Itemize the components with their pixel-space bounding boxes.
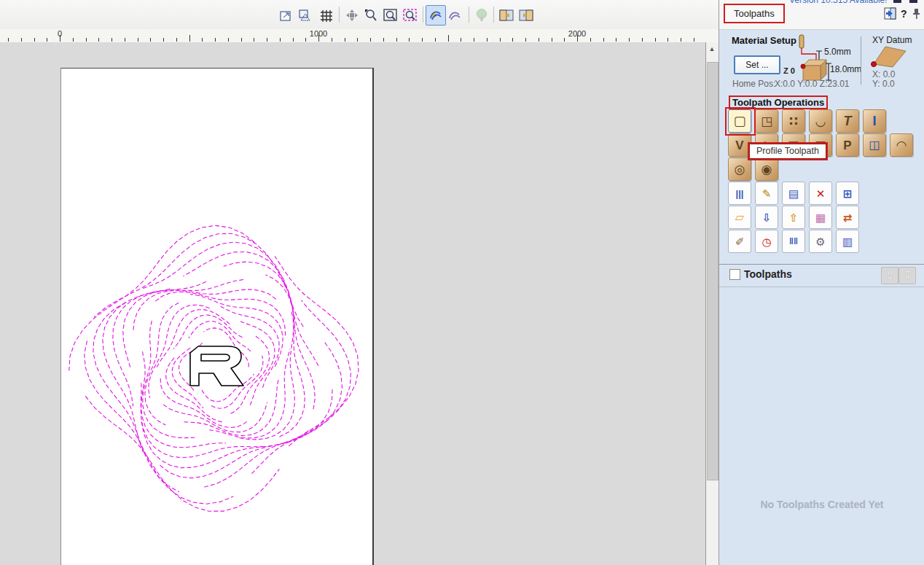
offset-vector[interactable] [141,383,265,458]
spiral-toolpath-button[interactable]: ◎ [728,157,751,181]
material-set-button[interactable]: Set ... [734,55,780,74]
moulding-toolpath-icon: ◫ [869,139,880,151]
toolpath-drawing-button[interactable]: ‖‖ [782,230,805,253]
bowl-dish-toolpath-icon: ◡ [815,115,825,128]
zoom-box-button[interactable] [380,5,401,26]
offset-vector[interactable] [113,282,206,406]
offset-vector[interactable] [103,289,170,451]
ruler-label-0: 0 [58,29,62,38]
offset-vector[interactable] [240,322,275,405]
zoom-selected-icon [402,7,418,23]
toolpath-operations-title: Toolpath Operations [729,96,828,109]
design-canvas[interactable] [0,42,705,565]
edit-toolpath-icon: ✎ [762,188,772,199]
tooltip-highlight: Profile Toolpath [748,142,828,160]
offset-vector[interactable] [133,289,276,332]
save-toolpath-button[interactable]: ⇩ [755,206,778,229]
offset-vector[interactable] [143,321,195,437]
view-3d-icon [474,7,490,23]
offset-vector[interactable] [275,257,359,446]
save-gcode-icon: ▥ [842,236,853,247]
save-toolpath-icon: ⇩ [762,212,772,223]
toolpath-times-button[interactable]: ◷ [755,230,778,253]
zoom-to-fit-button[interactable] [276,5,297,26]
r-logo-outline[interactable] [190,346,243,386]
bowl-dish-toolpath-button[interactable]: ◡ [809,109,832,133]
r-logo-counter[interactable] [201,354,230,361]
toolpath-vectors[interactable] [0,42,705,565]
offset-vector[interactable] [86,397,280,512]
layout-2d3d-left-icon [498,7,514,23]
preview-toolpaths-button[interactable]: ✐ [728,230,751,253]
view-vectors-button[interactable] [445,5,465,26]
pan-icon [344,7,360,23]
view-3d-button[interactable] [471,5,492,26]
toolpath-template-button[interactable]: ▦ [809,206,832,229]
prism-carve-toolpath-button[interactable]: P [836,133,859,157]
toolpath-drawing-icon: ‖‖ [789,237,798,246]
toolpath-settings-button[interactable]: ⚙ [809,230,832,253]
layout-2d3d-left-button[interactable] [496,5,517,26]
toolpaths-panel: Version 10.515 Available! Toolpaths ? Ma… [719,0,924,565]
zoom-to-fit-icon [278,7,294,23]
estimate-machining-time-button[interactable]: ⊞ [836,182,859,205]
offset-vector[interactable] [240,309,295,440]
open-toolpath-button[interactable]: ▱ [728,206,751,229]
delete-toolpath-button[interactable]: ✕ [809,182,832,205]
save-visible-toolpaths-icon: ⇧ [789,212,799,223]
scroll-up-icon[interactable]: ▲ [706,44,718,54]
home-pos-value: X:0.0 Y:0.0 Z:23.01 [775,79,850,89]
offset-vector[interactable] [173,315,242,348]
pocket-toolpath-button[interactable]: ◳ [755,109,778,133]
pocket-toolpath-icon: ◳ [761,115,772,128]
snap-grid-button[interactable] [316,5,337,26]
inlay-toolpath-button[interactable]: I [863,109,886,133]
dome-toolpath-button[interactable]: ◉ [755,157,778,181]
zoom-to-drawing-button[interactable] [295,5,316,26]
offset-vector[interactable] [224,262,315,409]
zoom-box-icon [383,7,399,23]
duplicate-toolpath-button[interactable]: ▤ [782,182,805,205]
zoom-to-drawing-icon [297,7,313,23]
zoom-interactive-button[interactable] [361,5,381,26]
z-zero-label: Z 0 [783,66,795,75]
rounding-toolpath-icon: ◠ [896,139,906,152]
view-vectors-icon [447,7,463,23]
tool-database-button[interactable]: ||| [728,182,751,205]
canvas-vertical-scrollbar[interactable]: ▲ [705,42,719,565]
offset-vector[interactable] [252,300,351,473]
profile-toolpath-icon: ▢ [733,114,745,128]
move-toolpath-down-button[interactable]: ⇩ [898,267,916,284]
moulding-toolpath-button[interactable]: ◫ [863,133,886,157]
no-toolpaths-message: No Toolpaths Created Yet [719,499,924,510]
pin-icon[interactable] [911,7,921,20]
layout-2d3d-right-button[interactable] [516,5,536,26]
tab-toolpaths[interactable]: Toolpaths [724,4,785,23]
ruler-label-1000: 1000 [310,29,327,38]
offset-vector[interactable] [164,402,267,432]
toolpath-operations-grid: ▢◳∷◡TIV✎▤▨P◫◠◎◉|||✎▤✕⊞▱⇩⇧▦⇄✐◷‖‖⚙▥ [728,109,917,254]
merge-toolpaths-icon: ⇄ [843,212,853,223]
panel-collapse-icon[interactable] [884,7,897,20]
scrollbar-thumb[interactable] [707,62,719,480]
save-gcode-button[interactable]: ▥ [836,230,859,253]
merge-toolpaths-button[interactable]: ⇄ [836,206,859,229]
help-icon[interactable]: ? [901,8,907,20]
offset-vector[interactable] [154,292,285,335]
offset-vector[interactable] [266,275,305,437]
edit-toolpath-button[interactable]: ✎ [755,182,778,205]
view-2d-button[interactable] [426,5,446,26]
move-toolpath-up-button[interactable]: ⇧ [881,267,898,284]
profile-toolpath-button[interactable]: ▢ [728,109,751,133]
offset-vector[interactable] [93,303,179,491]
pan-view-button[interactable] [342,5,362,26]
drilling-toolpath-button[interactable]: ∷ [782,109,805,133]
toolpaths-visibility-checkbox[interactable] [729,269,740,280]
zoom-selected-button[interactable] [400,5,420,26]
prism-carve-toolpath-icon: P [843,139,851,152]
quick-engrave-text-button[interactable]: T [836,109,859,133]
estimate-machining-time-icon: ⊞ [843,188,853,199]
version-update-link[interactable]: Version 10.515 Available! [789,0,888,5]
rounding-toolpath-button[interactable]: ◠ [890,133,913,157]
save-visible-toolpaths-button[interactable]: ⇧ [782,206,805,229]
